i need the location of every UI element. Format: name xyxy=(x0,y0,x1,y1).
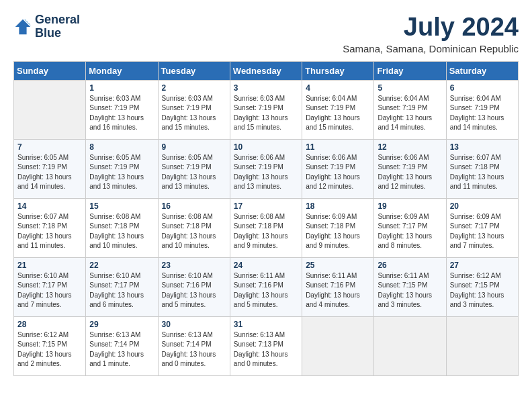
calendar-cell: 12Sunrise: 6:06 AM Sunset: 7:19 PM Dayli… xyxy=(374,139,446,198)
calendar-cell: 21Sunrise: 6:10 AM Sunset: 7:17 PM Dayli… xyxy=(14,257,86,316)
month-title: July 2024 xyxy=(343,13,519,42)
day-number: 6 xyxy=(450,83,515,93)
week-row-1: 1Sunrise: 6:03 AM Sunset: 7:19 PM Daylig… xyxy=(14,80,519,139)
calendar-cell: 13Sunrise: 6:07 AM Sunset: 7:18 PM Dayli… xyxy=(446,139,518,198)
calendar-cell: 5Sunrise: 6:04 AM Sunset: 7:19 PM Daylig… xyxy=(374,80,446,139)
day-info: Sunrise: 6:08 AM Sunset: 7:18 PM Dayligh… xyxy=(89,212,154,251)
calendar-cell: 19Sunrise: 6:09 AM Sunset: 7:17 PM Dayli… xyxy=(374,198,446,257)
day-number: 22 xyxy=(89,261,154,270)
calendar-cell: 1Sunrise: 6:03 AM Sunset: 7:19 PM Daylig… xyxy=(86,80,158,139)
calendar-cell: 11Sunrise: 6:06 AM Sunset: 7:19 PM Dayli… xyxy=(302,139,374,198)
day-info: Sunrise: 6:04 AM Sunset: 7:19 PM Dayligh… xyxy=(378,94,442,133)
calendar-cell: 8Sunrise: 6:05 AM Sunset: 7:19 PM Daylig… xyxy=(86,139,158,198)
day-number: 3 xyxy=(234,83,298,93)
day-info: Sunrise: 6:09 AM Sunset: 7:18 PM Dayligh… xyxy=(306,212,370,251)
day-info: Sunrise: 6:13 AM Sunset: 7:14 PM Dayligh… xyxy=(89,330,154,369)
day-header-saturday: Saturday xyxy=(446,61,518,80)
day-number: 8 xyxy=(89,142,154,152)
day-info: Sunrise: 6:12 AM Sunset: 7:15 PM Dayligh… xyxy=(450,271,515,310)
day-header-thursday: Thursday xyxy=(302,61,374,80)
day-info: Sunrise: 6:05 AM Sunset: 7:19 PM Dayligh… xyxy=(17,153,82,192)
day-number: 2 xyxy=(162,83,226,93)
calendar-cell: 31Sunrise: 6:13 AM Sunset: 7:13 PM Dayli… xyxy=(230,316,302,375)
calendar-cell: 4Sunrise: 6:04 AM Sunset: 7:19 PM Daylig… xyxy=(302,80,374,139)
day-info: Sunrise: 6:11 AM Sunset: 7:15 PM Dayligh… xyxy=(378,271,442,310)
calendar-cell: 10Sunrise: 6:06 AM Sunset: 7:19 PM Dayli… xyxy=(230,139,302,198)
day-info: Sunrise: 6:05 AM Sunset: 7:19 PM Dayligh… xyxy=(162,153,226,192)
day-number: 10 xyxy=(234,142,298,152)
calendar-cell: 25Sunrise: 6:11 AM Sunset: 7:16 PM Dayli… xyxy=(302,257,374,316)
day-number: 23 xyxy=(162,261,226,270)
svg-marker-0 xyxy=(15,19,30,34)
calendar-cell: 7Sunrise: 6:05 AM Sunset: 7:19 PM Daylig… xyxy=(14,139,86,198)
calendar-cell: 20Sunrise: 6:09 AM Sunset: 7:17 PM Dayli… xyxy=(446,198,518,257)
day-number: 14 xyxy=(17,201,82,211)
day-info: Sunrise: 6:13 AM Sunset: 7:14 PM Dayligh… xyxy=(162,330,226,369)
day-info: Sunrise: 6:08 AM Sunset: 7:18 PM Dayligh… xyxy=(162,212,226,251)
header-row: SundayMondayTuesdayWednesdayThursdayFrid… xyxy=(14,61,519,80)
calendar-cell: 14Sunrise: 6:07 AM Sunset: 7:18 PM Dayli… xyxy=(14,198,86,257)
day-number: 4 xyxy=(306,83,370,93)
day-header-wednesday: Wednesday xyxy=(230,61,302,80)
day-number: 5 xyxy=(378,83,442,93)
day-info: Sunrise: 6:10 AM Sunset: 7:17 PM Dayligh… xyxy=(17,271,82,310)
calendar-cell: 3Sunrise: 6:03 AM Sunset: 7:19 PM Daylig… xyxy=(230,80,302,139)
day-info: Sunrise: 6:03 AM Sunset: 7:19 PM Dayligh… xyxy=(162,94,226,133)
day-header-monday: Monday xyxy=(86,61,158,80)
day-header-sunday: Sunday xyxy=(14,61,86,80)
day-number: 25 xyxy=(306,261,370,270)
day-info: Sunrise: 6:04 AM Sunset: 7:19 PM Dayligh… xyxy=(306,94,370,133)
day-info: Sunrise: 6:03 AM Sunset: 7:19 PM Dayligh… xyxy=(89,94,154,133)
calendar-cell: 6Sunrise: 6:04 AM Sunset: 7:19 PM Daylig… xyxy=(446,80,518,139)
day-info: Sunrise: 6:06 AM Sunset: 7:19 PM Dayligh… xyxy=(234,153,298,192)
day-number: 24 xyxy=(234,261,298,270)
day-info: Sunrise: 6:05 AM Sunset: 7:19 PM Dayligh… xyxy=(89,153,154,192)
calendar-cell xyxy=(302,316,374,375)
day-number: 27 xyxy=(450,261,515,270)
day-number: 26 xyxy=(378,261,442,270)
calendar-cell: 27Sunrise: 6:12 AM Sunset: 7:15 PM Dayli… xyxy=(446,257,518,316)
calendar-cell: 18Sunrise: 6:09 AM Sunset: 7:18 PM Dayli… xyxy=(302,198,374,257)
day-number: 28 xyxy=(17,320,82,329)
day-number: 19 xyxy=(378,201,442,211)
calendar-cell xyxy=(374,316,446,375)
day-number: 17 xyxy=(234,201,298,211)
day-number: 20 xyxy=(450,201,515,211)
logo-text: General Blue xyxy=(35,13,80,40)
calendar-cell: 23Sunrise: 6:10 AM Sunset: 7:16 PM Dayli… xyxy=(158,257,230,316)
day-info: Sunrise: 6:11 AM Sunset: 7:16 PM Dayligh… xyxy=(306,271,370,310)
calendar-cell: 2Sunrise: 6:03 AM Sunset: 7:19 PM Daylig… xyxy=(158,80,230,139)
day-info: Sunrise: 6:07 AM Sunset: 7:18 PM Dayligh… xyxy=(450,153,515,192)
day-number: 12 xyxy=(378,142,442,152)
calendar-cell: 16Sunrise: 6:08 AM Sunset: 7:18 PM Dayli… xyxy=(158,198,230,257)
day-info: Sunrise: 6:06 AM Sunset: 7:19 PM Dayligh… xyxy=(306,153,370,192)
day-number: 21 xyxy=(17,261,82,270)
calendar-cell: 24Sunrise: 6:11 AM Sunset: 7:16 PM Dayli… xyxy=(230,257,302,316)
day-info: Sunrise: 6:09 AM Sunset: 7:17 PM Dayligh… xyxy=(378,212,442,251)
week-row-3: 14Sunrise: 6:07 AM Sunset: 7:18 PM Dayli… xyxy=(14,198,519,257)
day-number: 11 xyxy=(306,142,370,152)
logo: General Blue xyxy=(13,13,80,40)
calendar-cell xyxy=(446,316,518,375)
day-info: Sunrise: 6:12 AM Sunset: 7:15 PM Dayligh… xyxy=(17,330,82,369)
subtitle: Samana, Samana, Dominican Republic xyxy=(343,43,519,54)
calendar-cell: 30Sunrise: 6:13 AM Sunset: 7:14 PM Dayli… xyxy=(158,316,230,375)
title-block: July 2024 Samana, Samana, Dominican Repu… xyxy=(343,13,519,54)
day-info: Sunrise: 6:10 AM Sunset: 7:16 PM Dayligh… xyxy=(162,271,226,310)
day-info: Sunrise: 6:04 AM Sunset: 7:19 PM Dayligh… xyxy=(450,94,515,133)
calendar-cell: 17Sunrise: 6:08 AM Sunset: 7:18 PM Dayli… xyxy=(230,198,302,257)
week-row-5: 28Sunrise: 6:12 AM Sunset: 7:15 PM Dayli… xyxy=(14,316,519,375)
calendar-cell: 9Sunrise: 6:05 AM Sunset: 7:19 PM Daylig… xyxy=(158,139,230,198)
calendar-cell: 26Sunrise: 6:11 AM Sunset: 7:15 PM Dayli… xyxy=(374,257,446,316)
day-info: Sunrise: 6:07 AM Sunset: 7:18 PM Dayligh… xyxy=(17,212,82,251)
day-number: 18 xyxy=(306,201,370,211)
day-info: Sunrise: 6:06 AM Sunset: 7:19 PM Dayligh… xyxy=(378,153,442,192)
day-number: 13 xyxy=(450,142,515,152)
day-number: 29 xyxy=(89,320,154,329)
week-row-2: 7Sunrise: 6:05 AM Sunset: 7:19 PM Daylig… xyxy=(14,139,519,198)
day-info: Sunrise: 6:09 AM Sunset: 7:17 PM Dayligh… xyxy=(450,212,515,251)
calendar-cell xyxy=(14,80,86,139)
calendar-cell: 29Sunrise: 6:13 AM Sunset: 7:14 PM Dayli… xyxy=(86,316,158,375)
day-info: Sunrise: 6:11 AM Sunset: 7:16 PM Dayligh… xyxy=(234,271,298,310)
day-number: 16 xyxy=(162,201,226,211)
